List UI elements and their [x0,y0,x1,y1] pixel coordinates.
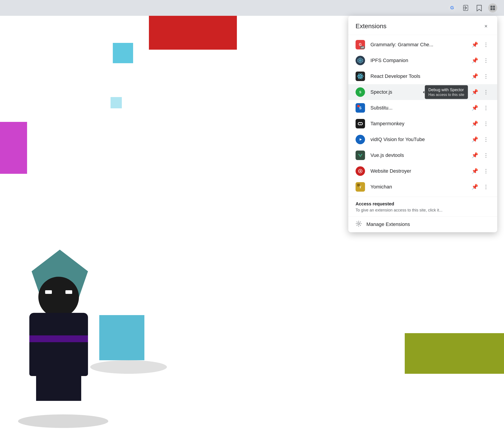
cyan-cube-large [99,315,144,360]
list-item[interactable]: S Spector.js 📌 ⋮ Debug with Spector Has … [348,84,497,100]
tampermonkey-icon [356,119,365,129]
bookmark-icon[interactable] [475,3,484,12]
list-item[interactable]: React Developer Tools 📌 ⋮ [348,68,497,84]
char-legs [36,367,81,401]
more-icon[interactable]: ⋮ [482,151,490,160]
more-icon[interactable]: ⋮ [482,182,490,191]
more-icon[interactable]: ⋮ [482,72,490,81]
svg-point-22 [360,123,362,125]
more-icon[interactable]: ⋮ [482,40,490,49]
list-item[interactable]: G off Grammarly: Grammar Che... 📌 ⋮ [348,37,497,53]
list-item[interactable]: IPFS Companion 📌 ⋮ [348,53,497,68]
char-head [38,277,79,317]
ext-name: IPFS Companion [370,57,471,63]
pin-icon[interactable]: 📌 [471,57,478,64]
list-item[interactable]: Website Destroyer 📌 ⋮ [348,163,497,179]
svg-text:G: G [450,5,454,10]
list-item[interactable]: S Substitu... 📌 ⋮ [348,100,497,116]
svg-point-30 [360,170,361,172]
gear-icon [356,221,362,228]
svg-point-12 [360,76,361,77]
svg-point-21 [359,123,360,125]
game-character [18,232,104,401]
pin-icon[interactable]: 📌 [471,152,478,158]
grammarly-off-badge: off [360,46,365,49]
more-icon[interactable]: ⋮ [482,167,490,176]
red-platform [149,16,237,50]
panel-title: Extensions [356,22,386,30]
access-requested-title: Access requested [356,201,490,206]
extensions-panel: Extensions × G off Grammarly: Grammar Ch… [348,16,497,232]
panel-header: Extensions × [348,16,497,35]
manage-extensions-button[interactable]: Manage Extensions [348,216,497,232]
pin-icon[interactable]: 📌 [471,184,478,190]
ext-name: Substitu... [370,105,471,111]
more-icon[interactable]: ⋮ [482,119,490,128]
spector-icon: S [356,87,365,97]
extension-list: G off Grammarly: Grammar Che... 📌 ⋮ IPFS… [348,35,497,197]
pin-icon[interactable]: 📌 [471,105,478,111]
svg-rect-17 [357,105,360,107]
svg-rect-5 [490,8,492,10]
vidiq-icon [356,135,365,144]
char-body [29,313,88,376]
pin-icon[interactable]: 📌 [471,41,478,48]
olive-platform [405,333,504,374]
manage-extensions-label: Manage Extensions [366,222,410,227]
ext-name: Tampermonkey [370,121,471,127]
cyan-square-mid [110,97,122,108]
close-button[interactable]: × [482,22,490,30]
purple-platform [0,122,27,174]
access-requested-section: Access requested To give an extension ac… [348,197,497,216]
ext-name: vidIQ Vision for YouTube [370,137,471,142]
more-icon[interactable]: ⋮ [482,103,490,112]
pin-icon[interactable]: 📌 [471,121,478,127]
list-item[interactable]: Tampermonkey 📌 ⋮ [348,116,497,131]
svg-rect-6 [493,8,495,10]
list-item[interactable]: Vue.js devtools 📌 ⋮ [348,147,497,163]
access-requested-desc: To give an extension access to this site… [356,208,490,213]
character-shadow [18,414,108,428]
substitu-icon: S [356,103,365,113]
pin-icon[interactable]: 📌 [471,168,478,174]
pin-icon[interactable]: 📌 [471,73,478,79]
svg-point-34 [358,223,360,224]
svg-rect-3 [490,6,492,8]
ext-name: Vue.js devtools [370,152,471,158]
ext-name: Yomichan [370,184,471,190]
pin-icon[interactable]: 📌 [471,89,478,95]
website-destroyer-icon [356,166,365,176]
grammarly-icon: G off [356,40,365,49]
react-icon [356,72,365,81]
google-icon[interactable]: G [448,3,457,12]
more-icon[interactable]: ⋮ [482,135,490,144]
extensions-icon[interactable] [488,3,497,12]
pin-icon[interactable]: 📌 [471,136,478,143]
share-icon[interactable] [461,3,470,12]
svg-marker-8 [359,59,362,62]
ext-name: Website Destroyer [370,168,471,174]
svg-text:S: S [359,90,361,94]
more-icon[interactable]: ⋮ [482,88,490,97]
ext-name: Spector.js [370,89,471,95]
svg-rect-4 [493,6,495,8]
svg-rect-33 [357,184,360,186]
ext-name: React Developer Tools [370,73,471,79]
ipfs-icon [356,56,365,65]
ext-name: Grammarly: Grammar Che... [370,42,471,48]
list-item[interactable]: Y Yomichan 📌 ⋮ [348,179,497,195]
more-icon[interactable]: ⋮ [482,56,490,65]
list-item[interactable]: vidIQ Vision for YouTube 📌 ⋮ [348,131,497,147]
cyan-cube-top [113,43,133,63]
yomichan-icon: Y [356,182,365,192]
browser-toolbar: G [0,0,504,16]
vue-icon [356,150,365,160]
